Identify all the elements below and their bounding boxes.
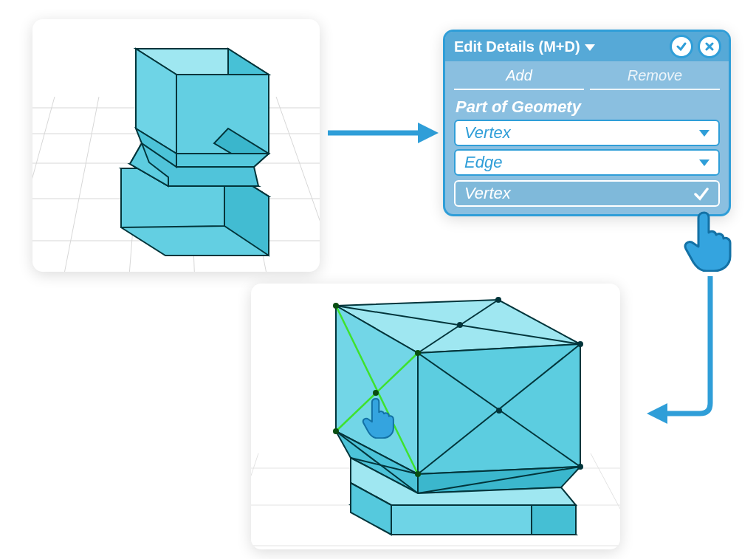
- dropdown-option-vertex[interactable]: Vertex: [454, 180, 720, 207]
- viewport-step1: [32, 19, 320, 272]
- edit-details-dialog: Edit Details (M+D) Add Remove Part of Ge…: [443, 30, 731, 216]
- svg-marker-48: [532, 505, 576, 535]
- svg-marker-24: [176, 154, 269, 167]
- arrow-to-result: [642, 273, 738, 436]
- svg-point-57: [577, 341, 583, 347]
- svg-marker-27: [647, 403, 667, 424]
- dialog-title: Edit Details (M+D): [454, 38, 580, 55]
- chevron-down-icon: [699, 130, 709, 137]
- svg-point-58: [577, 464, 583, 470]
- svg-point-56: [495, 297, 501, 303]
- close-button[interactable]: [698, 35, 721, 58]
- svg-point-60: [496, 408, 502, 414]
- svg-point-51: [333, 303, 339, 309]
- svg-point-55: [373, 390, 379, 396]
- dropdown-option-edge[interactable]: Edge: [454, 149, 720, 176]
- arrow-to-dialog: [323, 118, 441, 148]
- pointer-hand-icon: [362, 396, 397, 439]
- geometry-part-select[interactable]: Vertex: [454, 120, 720, 146]
- svg-line-6: [62, 97, 99, 272]
- select-value: Vertex: [464, 123, 511, 143]
- svg-point-52: [415, 350, 421, 356]
- section-title: Part of Geomety: [445, 90, 729, 120]
- option-label: Vertex: [464, 184, 511, 203]
- tab-add[interactable]: Add: [454, 61, 584, 90]
- svg-line-10: [276, 97, 320, 272]
- tab-remove[interactable]: Remove: [590, 61, 720, 90]
- option-label: Edge: [464, 153, 502, 172]
- svg-point-54: [333, 428, 339, 434]
- caret-down-icon: [585, 44, 595, 51]
- svg-point-53: [415, 471, 421, 477]
- dialog-titlebar[interactable]: Edit Details (M+D): [445, 32, 729, 61]
- svg-line-5: [32, 97, 55, 272]
- chevron-down-icon: [699, 160, 709, 166]
- check-icon: [693, 185, 709, 202]
- pointer-hand-icon: [684, 208, 735, 272]
- viewport-step2: [251, 284, 620, 549]
- svg-marker-26: [418, 123, 439, 143]
- confirm-button[interactable]: [670, 35, 693, 58]
- svg-point-59: [457, 322, 463, 328]
